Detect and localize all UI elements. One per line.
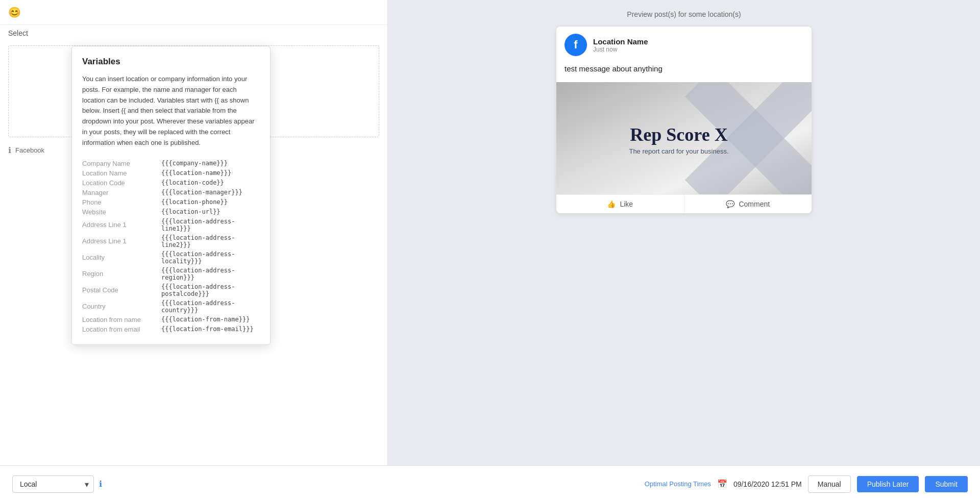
- variable-row: Location from name {{{location-from-name…: [82, 315, 260, 324]
- like-label: Like: [620, 200, 633, 208]
- like-icon: 👍: [607, 200, 616, 208]
- variable-label: Location from email: [82, 324, 161, 334]
- avatar: f: [565, 34, 587, 56]
- variable-value: {{{location-address-country}}}: [161, 298, 260, 315]
- datetime-display: 09/16/2020 12:51 PM: [733, 480, 802, 488]
- info-icon: ℹ: [8, 145, 11, 155]
- local-select[interactable]: Local: [12, 475, 94, 493]
- emoji-icon[interactable]: 😊: [8, 6, 21, 18]
- local-select-wrapper[interactable]: Local: [12, 475, 94, 493]
- facebook-label: Facebook: [15, 146, 44, 154]
- variable-label: Address Line 1: [82, 233, 161, 249]
- variable-row: Address Line 1 {{{location-address-line2…: [82, 233, 260, 249]
- variable-value: {{{location-address-locality}}}: [161, 249, 260, 266]
- variable-row: Region {{{location-address-region}}}: [82, 266, 260, 282]
- variable-value: {{{location-from-email}}}: [161, 324, 260, 334]
- variable-row: Locality {{{location-address-locality}}}: [82, 249, 260, 266]
- comment-button[interactable]: 💬 Comment: [684, 195, 812, 213]
- variable-row: Manager {{{location-manager}}}: [82, 188, 260, 197]
- post-time: Just now: [593, 46, 648, 53]
- variable-row: Postal Code {{{location-address-postalco…: [82, 282, 260, 298]
- select-label: Select: [8, 29, 28, 37]
- comment-icon: 💬: [726, 200, 734, 208]
- variable-value: {{location-url}}: [161, 207, 260, 217]
- post-header: f Location Name Just now: [556, 27, 812, 63]
- variable-row: Location Name {{{location-name}}}: [82, 168, 260, 178]
- left-panel: 😊 Select ℹ Facebook Variables You can in…: [0, 0, 388, 465]
- optimal-posting-link[interactable]: Optimal Posting Times: [645, 480, 711, 488]
- variable-label: Address Line 1: [82, 217, 161, 233]
- variable-value: {{{location-name}}}: [161, 168, 260, 178]
- variable-label: Region: [82, 266, 161, 282]
- svg-text:The report card for your busin: The report card for your business.: [629, 147, 728, 155]
- variable-label: Location Code: [82, 178, 161, 188]
- variable-label: Location Name: [82, 168, 161, 178]
- variable-row: Website {{location-url}}: [82, 207, 260, 217]
- variable-row: Company Name {{{company-name}}}: [82, 159, 260, 168]
- variable-value: {{{location-from-name}}}: [161, 315, 260, 324]
- variables-table: Company Name {{{company-name}}} Location…: [82, 159, 260, 334]
- publish-later-button[interactable]: Publish Later: [857, 476, 919, 492]
- like-button[interactable]: 👍 Like: [556, 195, 684, 213]
- post-image: Rep Score X The report card for your bus…: [556, 82, 812, 194]
- info-button[interactable]: ℹ: [99, 479, 102, 489]
- variable-label: Location from name: [82, 315, 161, 324]
- variable-value: {{{company-name}}}: [161, 159, 260, 168]
- variable-label: Locality: [82, 249, 161, 266]
- variable-value: {{{location-address-postalcode}}}: [161, 282, 260, 298]
- variable-value: {{{location-manager}}}: [161, 188, 260, 197]
- post-text: test message about anything: [556, 63, 812, 82]
- post-meta: Location Name Just now: [593, 37, 648, 53]
- variable-value: {{location-phone}}: [161, 197, 260, 207]
- svg-text:Rep Score X: Rep Score X: [630, 124, 727, 145]
- left-bottom-bar: Local ℹ: [0, 475, 388, 493]
- submit-button[interactable]: Submit: [925, 476, 968, 492]
- variables-title: Variables: [82, 57, 260, 67]
- calendar-icon-button[interactable]: 📅: [717, 479, 727, 489]
- variables-popup: Variables You can insert location or com…: [71, 46, 271, 345]
- variables-description: You can insert location or company infor…: [82, 74, 260, 148]
- variable-label: Postal Code: [82, 282, 161, 298]
- variable-label: Phone: [82, 197, 161, 207]
- emoji-bar: 😊: [0, 0, 387, 25]
- post-card: f Location Name Just now test message ab…: [556, 27, 812, 213]
- variable-value: {{{location-address-region}}}: [161, 266, 260, 282]
- right-bottom-bar: Optimal Posting Times 📅 09/16/2020 12:51…: [388, 475, 980, 493]
- post-actions: 👍 Like 💬 Comment: [556, 194, 812, 213]
- preview-title: Preview post(s) for some location(s): [627, 10, 741, 18]
- variable-row: Phone {{location-phone}}: [82, 197, 260, 207]
- variable-label: Website: [82, 207, 161, 217]
- variable-row: Location from email {{{location-from-ema…: [82, 324, 260, 334]
- post-location-name: Location Name: [593, 37, 648, 46]
- bottom-bar: Local ℹ Optimal Posting Times 📅 09/16/20…: [0, 465, 980, 502]
- variable-value: {{{location-address-line1}}}: [161, 217, 260, 233]
- comment-label: Comment: [739, 200, 770, 208]
- variable-value: {{location-code}}: [161, 178, 260, 188]
- manual-button[interactable]: Manual: [808, 475, 851, 493]
- right-panel: Preview post(s) for some location(s) f L…: [388, 0, 980, 465]
- variable-value: {{{location-address-line2}}}: [161, 233, 260, 249]
- variable-label: Company Name: [82, 159, 161, 168]
- variable-row: Address Line 1 {{{location-address-line1…: [82, 217, 260, 233]
- variable-row: Country {{{location-address-country}}}: [82, 298, 260, 315]
- select-row: Select: [0, 25, 387, 41]
- variable-row: Location Code {{location-code}}: [82, 178, 260, 188]
- variable-label: Country: [82, 298, 161, 315]
- variable-label: Manager: [82, 188, 161, 197]
